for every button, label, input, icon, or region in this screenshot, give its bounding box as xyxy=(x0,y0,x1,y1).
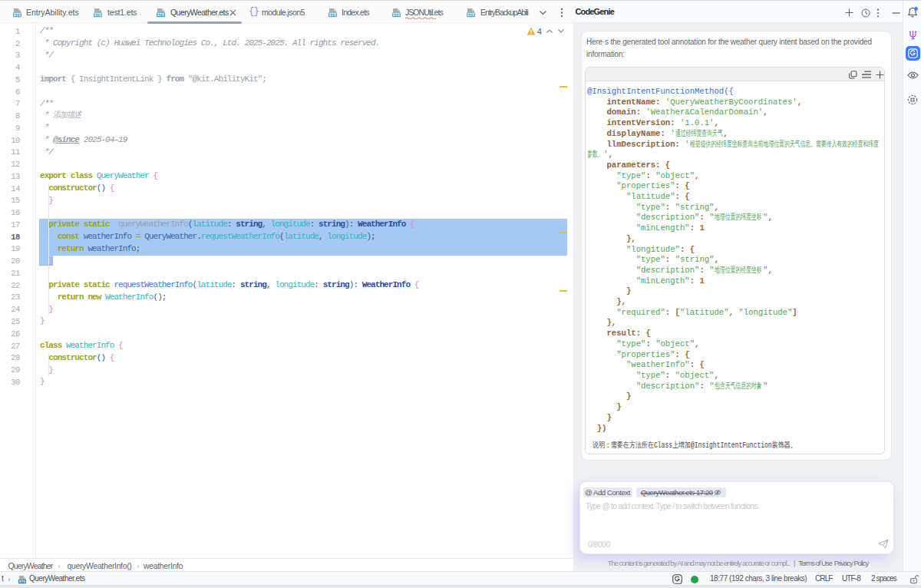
svg-text:ETS: ETS xyxy=(94,13,101,17)
svg-text:ETS: ETS xyxy=(329,13,336,17)
svg-text:ETS: ETS xyxy=(19,580,25,583)
svg-text:ETS: ETS xyxy=(157,13,164,17)
svg-text:ETS: ETS xyxy=(467,13,474,17)
svg-text:ETS: ETS xyxy=(393,13,400,17)
svg-text:ETS: ETS xyxy=(14,13,21,17)
